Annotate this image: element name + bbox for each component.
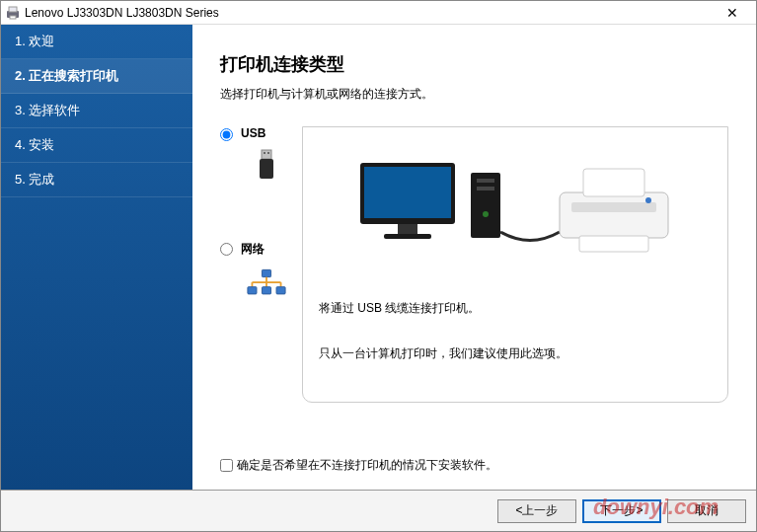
usb-stick-icon — [247, 146, 286, 186]
svg-rect-5 — [267, 152, 269, 154]
svg-rect-27 — [579, 236, 648, 252]
page-title: 打印机连接类型 — [220, 52, 728, 76]
radio-network[interactable] — [220, 243, 233, 256]
svg-rect-21 — [477, 179, 494, 183]
page-subtitle: 选择打印机与计算机或网络的连接方式。 — [220, 86, 728, 103]
installer-window: Lenovo LJ3303DN LJ3803DN Series ✕ 1. 欢迎 … — [0, 0, 757, 532]
illustration-panel: 将通过 USB 线缆连接打印机。 只从一台计算机打印时，我们建议使用此选项。 — [302, 126, 728, 403]
connection-options: USB — [220, 126, 286, 303]
main-panel: 打印机连接类型 选择打印机与计算机或网络的连接方式。 USB — [192, 25, 756, 490]
option-network[interactable]: 网络 — [220, 241, 286, 303]
svg-rect-26 — [571, 202, 656, 212]
install-without-printer-row: 确定是否希望在不连接打印机的情况下安装软件。 — [220, 443, 728, 474]
svg-rect-17 — [364, 167, 451, 218]
titlebar: Lenovo LJ3303DN LJ3803DN Series ✕ — [1, 1, 756, 25]
content-row: USB — [220, 126, 728, 403]
step-searching[interactable]: 2. 正在搜索打印机 — [1, 59, 192, 94]
svg-point-28 — [645, 197, 651, 203]
svg-rect-1 — [9, 7, 17, 12]
svg-rect-14 — [262, 287, 270, 294]
step-software[interactable]: 3. 选择软件 — [1, 94, 192, 128]
description-line2: 只从一台计算机打印时，我们建议使用此选项。 — [319, 342, 718, 365]
cancel-button[interactable]: 取消 — [667, 499, 746, 523]
window-body: 1. 欢迎 2. 正在搜索打印机 3. 选择软件 4. 安装 5. 完成 打印机… — [1, 25, 756, 490]
window-title: Lenovo LJ3303DN LJ3803DN Series — [25, 6, 713, 20]
svg-rect-13 — [248, 287, 257, 294]
step-finish[interactable]: 5. 完成 — [1, 163, 192, 197]
network-icon — [247, 264, 286, 303]
install-without-printer-checkbox[interactable] — [220, 459, 233, 472]
install-without-printer-label: 确定是否希望在不连接打印机的情况下安装软件。 — [237, 457, 497, 474]
radio-usb[interactable] — [220, 128, 233, 141]
option-usb-label: USB — [241, 126, 265, 140]
svg-rect-18 — [398, 224, 417, 234]
sidebar: 1. 欢迎 2. 正在搜索打印机 3. 选择软件 4. 安装 5. 完成 — [1, 25, 192, 490]
svg-rect-19 — [384, 234, 431, 239]
close-button[interactable]: ✕ — [713, 5, 752, 21]
back-button[interactable]: <上一步 — [497, 499, 576, 523]
description: 将通过 USB 线缆连接打印机。 只从一台计算机打印时，我们建议使用此选项。 — [313, 297, 718, 364]
svg-rect-22 — [477, 187, 494, 190]
footer: <上一步 下一步> 取消 — [1, 490, 756, 531]
svg-point-23 — [483, 211, 489, 217]
svg-rect-3 — [262, 150, 271, 159]
usb-diagram — [313, 155, 718, 273]
svg-rect-4 — [264, 152, 265, 154]
svg-rect-24 — [560, 192, 668, 238]
svg-rect-15 — [276, 287, 285, 294]
step-install[interactable]: 4. 安装 — [1, 128, 192, 163]
svg-rect-6 — [260, 159, 273, 179]
svg-rect-25 — [583, 169, 644, 196]
svg-rect-2 — [10, 16, 16, 19]
option-network-label: 网络 — [241, 241, 265, 258]
app-icon — [5, 5, 21, 21]
option-usb[interactable]: USB — [220, 126, 286, 186]
description-line1: 将通过 USB 线缆连接打印机。 — [319, 297, 718, 320]
svg-rect-7 — [262, 269, 270, 276]
step-welcome[interactable]: 1. 欢迎 — [1, 25, 192, 59]
next-button[interactable]: 下一步> — [582, 499, 661, 523]
